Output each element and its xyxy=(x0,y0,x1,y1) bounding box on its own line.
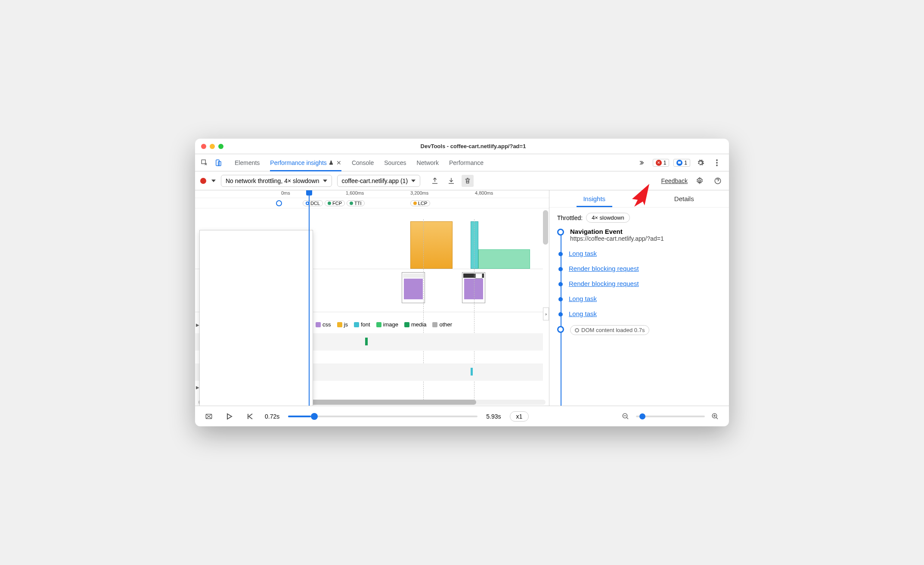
svg-point-4 xyxy=(716,159,718,161)
zoom-controls xyxy=(620,410,721,422)
device-toggle-icon[interactable] xyxy=(212,157,224,169)
more-tabs-icon[interactable] xyxy=(636,157,648,169)
inspect-element-icon[interactable] xyxy=(198,157,211,169)
feedback-link[interactable]: Feedback xyxy=(661,177,688,184)
request-bar[interactable] xyxy=(471,368,473,376)
zoom-slider[interactable] xyxy=(636,416,705,417)
speed-selector[interactable]: x1 xyxy=(510,411,529,422)
settings-icon[interactable] xyxy=(695,157,707,169)
playback-slider[interactable] xyxy=(288,416,478,417)
record-options-caret[interactable] xyxy=(211,179,216,183)
tab-elements[interactable]: Elements xyxy=(235,154,260,171)
event-link[interactable]: Long task xyxy=(569,295,597,302)
window-title: DevTools - coffee-cart.netlify.app/?ad=1 xyxy=(223,143,723,149)
annotation-arrow xyxy=(626,182,656,208)
event-link[interactable]: Render blocking request xyxy=(569,280,639,287)
expand-track-icon[interactable]: ▶ xyxy=(196,385,199,390)
event-navigation[interactable]: Navigation Event https://coffee-cart.net… xyxy=(557,228,721,242)
expand-track-icon[interactable]: ▶ xyxy=(196,323,199,327)
request-bar[interactable] xyxy=(365,338,368,345)
nav-start-marker xyxy=(276,200,282,206)
event-timeline-line xyxy=(561,235,561,406)
tab-performance-insights[interactable]: Performance insights ✕ xyxy=(270,154,341,171)
event-dcl[interactable]: DOM content loaded 0.7s xyxy=(557,325,721,335)
expand-sidebar-icon[interactable]: › xyxy=(543,307,549,320)
dcl-pill[interactable]: DOM content loaded 0.7s xyxy=(570,325,649,335)
maximize-window-icon[interactable] xyxy=(218,144,223,149)
event-title: Navigation Event xyxy=(570,228,664,235)
timing-markers-row: DCL FCP TTI LCP xyxy=(195,198,549,208)
marker-dcl[interactable]: DCL xyxy=(303,200,323,206)
main-area: 0ms 1,600ms 3,200ms 4,800ms DCL FCP TTI … xyxy=(195,190,729,406)
close-tab-icon[interactable]: ✕ xyxy=(336,159,341,166)
tabbar-right: ✕ 1 1 xyxy=(636,157,723,169)
zoom-thumb[interactable] xyxy=(639,413,645,419)
lcp-block[interactable] xyxy=(410,221,453,269)
error-badge[interactable]: ✕ 1 xyxy=(653,159,670,167)
legend-other: other xyxy=(432,321,452,328)
ruler-tick: 0ms xyxy=(281,190,290,196)
export-icon[interactable] xyxy=(429,175,441,187)
traffic-lights xyxy=(201,144,223,149)
devtools-window: DevTools - coffee-cart.netlify.app/?ad=1… xyxy=(195,139,729,426)
close-window-icon[interactable] xyxy=(201,144,206,149)
main-tabbar: Elements Performance insights ✕ Console … xyxy=(195,154,729,171)
tooltip-card xyxy=(199,230,313,406)
tab-sources[interactable]: Sources xyxy=(384,154,406,171)
event-link[interactable]: Render blocking request xyxy=(569,265,639,272)
tab-console[interactable]: Console xyxy=(352,154,374,171)
event-node-icon xyxy=(558,297,563,301)
svg-rect-3 xyxy=(678,161,681,164)
ruler-tick: 3,200ms xyxy=(410,190,428,196)
track-block-teal[interactable] xyxy=(471,221,478,269)
throttled-value: 4× slowdown xyxy=(586,213,630,223)
ruler-tick: 1,600ms xyxy=(346,190,364,196)
zoom-in-icon[interactable] xyxy=(709,410,721,422)
screenshot-thumbnail[interactable] xyxy=(402,272,425,303)
titlebar: DevTools - coffee-cart.netlify.app/?ad=1 xyxy=(195,139,729,154)
panel-settings-icon[interactable] xyxy=(694,175,706,187)
event-link[interactable]: Long task xyxy=(569,250,597,257)
kebab-menu-icon[interactable] xyxy=(711,157,723,169)
event-url: https://coffee-cart.netlify.app/?ad=1 xyxy=(570,235,664,242)
recording-dropdown[interactable]: coffee-cart.netlify.app (1) xyxy=(337,175,421,187)
recording-label: coffee-cart.netlify.app (1) xyxy=(342,177,408,184)
event-node-icon xyxy=(557,326,564,333)
track-area[interactable]: ▶ ▶ css js font image media other › xyxy=(195,208,549,406)
slider-thumb[interactable] xyxy=(311,413,318,420)
screenshot-thumbnail[interactable] xyxy=(462,272,485,303)
zoom-out-icon[interactable] xyxy=(620,410,632,422)
toolbar-right: Feedback xyxy=(661,175,724,187)
event-long-task[interactable]: Long task xyxy=(557,295,721,302)
event-node-icon xyxy=(558,252,563,256)
help-icon[interactable] xyxy=(712,175,724,187)
play-icon[interactable] xyxy=(223,410,236,422)
track-block-green[interactable] xyxy=(478,249,530,269)
event-long-task[interactable]: Long task xyxy=(557,250,721,257)
info-badge[interactable]: 1 xyxy=(673,159,690,167)
current-time: 0.72s xyxy=(265,413,279,420)
experiment-icon xyxy=(329,160,334,166)
record-button[interactable] xyxy=(200,178,206,184)
tab-label: Performance insights xyxy=(270,159,327,166)
toggle-screenshots-icon[interactable] xyxy=(203,410,215,422)
marker-lcp[interactable]: LCP xyxy=(410,200,430,206)
playhead-marker[interactable] xyxy=(309,190,310,406)
tab-network[interactable]: Network xyxy=(417,154,439,171)
tab-performance[interactable]: Performance xyxy=(449,154,484,171)
throttling-dropdown[interactable]: No network throttling, 4× slowdown xyxy=(221,175,332,187)
event-render-blocking[interactable]: Render blocking request xyxy=(557,265,721,272)
delete-icon[interactable] xyxy=(462,175,474,187)
marker-tti[interactable]: TTI xyxy=(347,200,365,206)
legend-media: media xyxy=(404,321,426,328)
import-icon[interactable] xyxy=(445,175,457,187)
vertical-scrollbar[interactable] xyxy=(543,210,548,245)
event-render-blocking[interactable]: Render blocking request xyxy=(557,280,721,287)
event-long-task[interactable]: Long task xyxy=(557,310,721,317)
legend-js: js xyxy=(337,321,348,328)
svg-point-7 xyxy=(699,180,701,182)
marker-fcp[interactable]: FCP xyxy=(325,200,345,206)
event-link[interactable]: Long task xyxy=(569,310,597,317)
jump-start-icon[interactable] xyxy=(244,410,256,422)
minimize-window-icon[interactable] xyxy=(210,144,215,149)
